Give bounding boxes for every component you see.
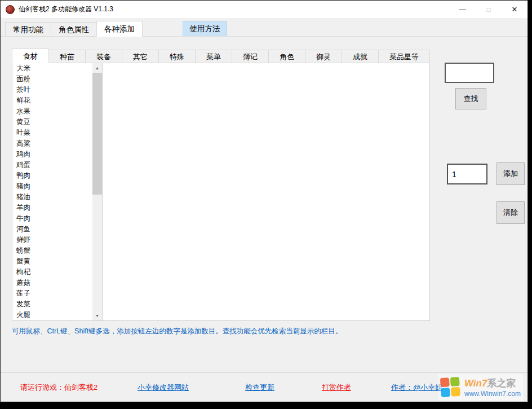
list-item[interactable]: 牛肉 (12, 213, 92, 224)
list-item[interactable]: 鲜花 (12, 95, 92, 106)
app-icon (6, 5, 15, 14)
list-item[interactable]: 黄豆 (12, 117, 92, 127)
sub-tab[interactable]: 装备 (85, 50, 122, 63)
titlebar: 仙剑客栈2 多功能修改器 V1.1.3 — □ ✕ (1, 1, 527, 18)
close-button[interactable]: ✕ (502, 1, 527, 18)
list-scrollbar[interactable]: ▲ ▼ (92, 63, 103, 320)
list-item[interactable]: 面粉 (12, 74, 92, 85)
list-item[interactable]: 蘑菇 (12, 278, 92, 288)
run-game-text: 请运行游戏：仙剑客栈2 (20, 382, 97, 393)
caption-buttons: — □ ✕ (450, 1, 527, 18)
list-item[interactable]: 火腿 (12, 310, 92, 320)
add-count-input[interactable] (447, 164, 487, 184)
sub-tab[interactable]: 种苗 (48, 50, 86, 63)
sub-tab[interactable]: 簿记 (232, 50, 269, 63)
logo-title: Win7系之家 (464, 378, 521, 389)
tab-content-area: 大米面粉茶叶鲜花水果黄豆叶菜高粱鸡肉鸡蛋鸭肉猪肉猪油羊肉牛肉河鱼鲜虾螃蟹蟹黄枸杞… (12, 63, 430, 321)
list-item[interactable]: 叶菜 (12, 127, 92, 138)
find-button[interactable]: 查找 (455, 88, 486, 109)
logo-title-zh: 系之家 (487, 378, 516, 389)
sub-tab-strip: 食材种苗装备其它特殊菜单簿记角色御灵成就菜品星等 (12, 49, 429, 63)
minimize-button[interactable]: — (450, 1, 476, 18)
ingredient-listbox: 大米面粉茶叶鲜花水果黄豆叶菜高粱鸡肉鸡蛋鸭肉猪肉猪油羊肉牛肉河鱼鲜虾螃蟹蟹黄枸杞… (12, 63, 92, 320)
maximize-button[interactable]: □ (476, 1, 502, 18)
list-item[interactable]: 猪肉 (12, 181, 92, 192)
hint-text: 可用鼠标、CtrL键、Shift键多选，添加按钮左边的数字是添加数目。查找功能会… (12, 327, 342, 336)
app-window: 仙剑客栈2 多功能修改器 V1.1.3 — □ ✕ 常用功能角色属性各种添加 使… (0, 0, 528, 402)
main-tab[interactable]: 角色属性 (51, 22, 97, 37)
logo-title-en: Win7 (464, 378, 487, 389)
sub-tab[interactable]: 其它 (122, 50, 159, 63)
flag-square-red (440, 377, 450, 387)
list-item[interactable]: 水果 (12, 106, 92, 117)
update-link[interactable]: 检查更新 (245, 382, 274, 393)
sub-tab[interactable]: 菜单 (195, 50, 232, 63)
list-item[interactable]: 莲子 (12, 288, 92, 299)
list-item[interactable]: 茶叶 (12, 85, 92, 95)
scroll-down-icon[interactable]: ▼ (92, 311, 102, 320)
flag-square-blue (441, 388, 450, 397)
list-item[interactable]: 鸡蛋 (12, 160, 92, 170)
list-item[interactable]: 枸杞 (12, 267, 92, 278)
list-item[interactable]: 大米 (12, 63, 92, 74)
win7-home-logo: Win7系之家 www.Winwin7.com (438, 374, 523, 401)
footer-divider (1, 372, 527, 373)
scroll-up-icon[interactable]: ▲ (92, 63, 102, 73)
main-tab[interactable]: 各种添加 (96, 21, 143, 37)
search-input[interactable] (445, 63, 494, 83)
flag-square-green (450, 377, 460, 386)
donate-link[interactable]: 打赏作者 (322, 382, 351, 393)
tab-strip-divider (1, 36, 527, 37)
list-item[interactable]: 蟹黄 (12, 256, 92, 267)
list-item[interactable]: 高粱 (12, 138, 92, 149)
list-item[interactable]: 猪油 (12, 192, 92, 203)
sub-tab[interactable]: 成就 (342, 50, 379, 63)
list-item[interactable]: 鲜虾 (12, 235, 92, 245)
main-tab[interactable]: 常用功能 (5, 22, 51, 37)
usage-method-button[interactable]: 使用方法 (183, 21, 227, 37)
sub-tab[interactable]: 角色 (268, 50, 305, 63)
sub-tab[interactable]: 食材 (12, 49, 49, 63)
main-tab-strip: 常用功能角色属性各种添加 (5, 21, 142, 37)
window-title: 仙剑客栈2 多功能修改器 V1.1.3 (19, 5, 113, 14)
clear-button[interactable]: 清除 (496, 201, 525, 224)
list-item[interactable]: 鸭肉 (12, 170, 92, 181)
scroll-thumb[interactable] (92, 73, 102, 195)
list-item[interactable]: 发菜 (12, 299, 92, 310)
list-item[interactable]: 河鱼 (12, 224, 92, 235)
windows-flag-icon (440, 377, 462, 398)
add-button[interactable]: 添加 (496, 162, 525, 185)
list-item[interactable]: 鸡肉 (12, 149, 92, 160)
list-item[interactable]: 羊肉 (12, 203, 92, 213)
sub-tab[interactable]: 菜品星等 (378, 50, 430, 63)
logo-url: www.Winwin7.com (464, 390, 521, 398)
author-link[interactable]: 作者：@小幸姐 (391, 382, 442, 393)
sub-tab[interactable]: 御灵 (305, 50, 342, 63)
sub-tab[interactable]: 特殊 (158, 50, 196, 63)
flag-square-yellow (451, 387, 460, 397)
site-link[interactable]: 小幸修改器网站 (138, 382, 189, 393)
list-item[interactable]: 螃蟹 (12, 245, 92, 256)
logo-text: Win7系之家 www.Winwin7.com (464, 378, 521, 398)
